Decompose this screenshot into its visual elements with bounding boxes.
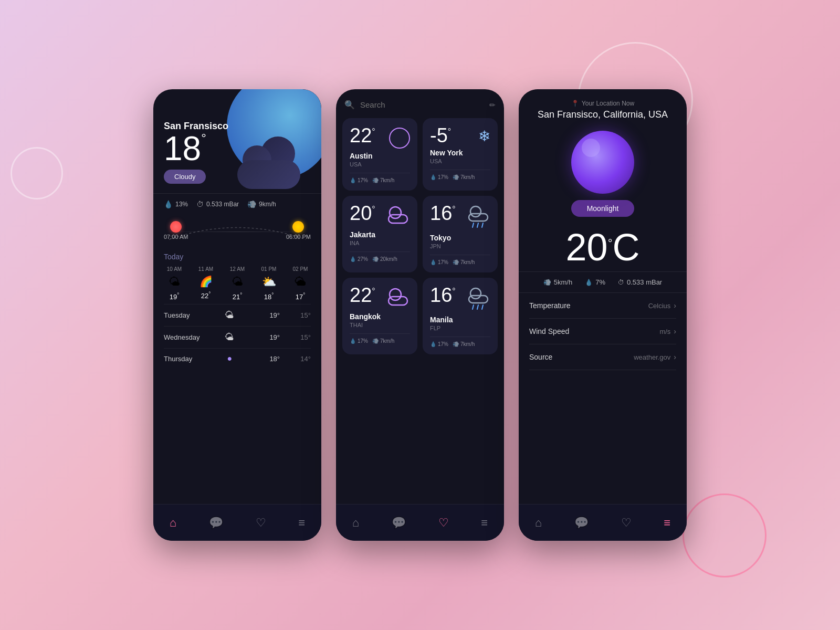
phone3-location-label: 📍 Your Location Now	[519, 89, 687, 109]
austin-weather-icon	[389, 128, 410, 149]
city-card-newyork[interactable]: -5° ❄ New York USA 💧17% 💨7km/h	[423, 118, 498, 191]
bangkok-stats: 💧17% 💨7km/h	[350, 333, 410, 344]
austin-name: Austin	[350, 152, 410, 160]
bangkok-country: THAI	[350, 322, 410, 328]
drop-icon: 💧	[430, 174, 436, 180]
svg-line-4	[472, 223, 474, 227]
newyork-weather-icon: ❄	[478, 128, 490, 145]
pressure-icon: ⏱	[196, 200, 204, 208]
setting-windspeed[interactable]: Wind Speed m/s ›	[529, 319, 676, 344]
phones-container: San Fransisco 18° Cloudy 💧 13% ⏱ 0.533 m…	[153, 89, 687, 541]
bangkok-weather-icon	[386, 287, 410, 309]
rain-cloud-icon	[466, 205, 490, 228]
austin-temp: 22°	[350, 125, 375, 145]
phone1-city: San Fransisco	[153, 110, 321, 132]
drop-icon: 💧	[350, 256, 356, 262]
forecast-row: Wednesday 🌤 19° 15°	[164, 326, 311, 348]
sunset: 06:00 PM	[286, 221, 311, 240]
location-pin-icon: 📍	[571, 100, 579, 107]
svg-line-5	[477, 223, 478, 227]
nav-heart-icon[interactable]: ♡	[256, 516, 266, 530]
nav-home-icon[interactable]: ⌂	[352, 516, 359, 530]
hourly-icon-1: 🌤	[169, 275, 180, 289]
bg-decor-circle-3	[10, 147, 63, 200]
austin-country: USA	[350, 161, 410, 167]
sunrise: 07:00 AM	[164, 221, 188, 240]
hourly-item: 01 PM ⛅ 18°	[254, 263, 284, 304]
nav-menu-icon[interactable]: ≡	[298, 516, 305, 530]
setting-source[interactable]: Source weather.gov ›	[529, 344, 676, 370]
phone3-stats-row: 💨 5km/h 💧 7% ⏱ 0.533 mBar	[519, 271, 687, 293]
nav-chat-icon[interactable]: 💬	[392, 516, 406, 530]
setting-source-value: weather.gov	[634, 353, 670, 361]
phone1-condition-badge: Cloudy	[164, 170, 206, 184]
phone1-temperature: 18°	[153, 132, 321, 165]
phone-1: San Fransisco 18° Cloudy 💧 13% ⏱ 0.533 m…	[153, 89, 321, 541]
austin-stats: 💧17% 💨7km/h	[350, 173, 410, 183]
hourly-icon-5: 🌥	[295, 275, 306, 289]
phone3-condition-badge: Moonlight	[571, 200, 635, 217]
svg-point-7	[390, 289, 401, 300]
moon-circle	[571, 131, 634, 194]
nav-menu-icon[interactable]: ≡	[664, 516, 670, 530]
drop-icon: 💧	[350, 177, 356, 183]
nav-home-icon[interactable]: ⌂	[535, 516, 542, 530]
hourly-item: 02 PM 🌥 17°	[286, 263, 315, 304]
nav-menu-icon[interactable]: ≡	[481, 516, 488, 530]
hourly-icon-3: 🌤	[232, 275, 243, 289]
phone3-bottom-nav: ⌂ 💬 ♡ ≡	[519, 504, 687, 541]
setting-source-label: Source	[529, 353, 552, 361]
wind-icon: 💨	[453, 259, 459, 265]
search-input[interactable]	[360, 100, 484, 109]
hourly-item: 12 AM 🌤 21°	[223, 263, 252, 304]
svg-line-13	[482, 305, 483, 309]
phone1-forecast: Tuesday 🌤 19° 15° Wednesday 🌤 19° 15° Th…	[153, 304, 321, 369]
wind-icon: 💨	[453, 174, 459, 180]
phone-3: 📍 Your Location Now San Fransisco, Calif…	[519, 89, 687, 541]
cloud-icon-2	[386, 287, 410, 307]
nav-heart-icon[interactable]: ♡	[621, 516, 632, 530]
city-card-manila[interactable]: 16° Manila FLP 💧17% 💨	[423, 278, 498, 354]
cloud-icon	[386, 205, 410, 225]
city-card-austin[interactable]: 22° Austin USA 💧17% 💨7km/h	[342, 118, 417, 191]
setting-temperature-value: Celcius	[648, 302, 671, 310]
nav-chat-icon[interactable]: 💬	[209, 516, 223, 530]
jakarta-weather-icon	[386, 205, 410, 227]
city-card-jakarta[interactable]: 20° Jakarta INA 💧27% 💨20km/h	[342, 196, 417, 272]
nav-home-icon[interactable]: ⌂	[170, 516, 176, 530]
forecast-icon-tue: 🌤	[210, 310, 249, 321]
phone3-badge: Moonlight	[519, 200, 687, 217]
newyork-stats: 💧17% 💨7km/h	[430, 170, 490, 180]
city-card-bangkok[interactable]: 22° Bangkok THAI 💧17% 💨7km/h	[342, 278, 417, 354]
svg-line-11	[472, 305, 474, 309]
manila-name: Manila	[430, 316, 490, 324]
phone1-sun-bar: 07:00 AM 06:00 PM	[153, 215, 321, 248]
city-card-tokyo[interactable]: 16° Tokyo JPN 💧17% 💨7	[423, 196, 498, 272]
wind-icon: 💨	[372, 338, 379, 344]
manila-stats: 💧17% 💨7km/h	[430, 337, 490, 347]
wind-icon: 💨	[543, 279, 551, 286]
chevron-right-icon: ›	[674, 327, 676, 335]
phone1-hourly: 10 AM 🌤 19° 11 AM 🌈 22° 12 AM 🌤 21° 01 P…	[153, 263, 321, 304]
phone-2: 🔍 ✏ 22° Austin USA 💧17% 💨7km/h	[336, 89, 504, 541]
phone1-bottom-nav: ⌂ 💬 ♡ ≡	[153, 504, 321, 541]
nav-chat-icon[interactable]: 💬	[574, 516, 589, 530]
tokyo-stats: 💧17% 💨7km/h	[430, 255, 490, 265]
stat-wind: 💨 9km/h	[247, 200, 276, 208]
nav-heart-icon[interactable]: ♡	[438, 516, 449, 530]
wind-icon: 💨	[372, 256, 379, 262]
forecast-row: Thursday ● 18° 14°	[164, 348, 311, 369]
edit-icon[interactable]: ✏	[489, 101, 496, 109]
search-icon: 🔍	[344, 100, 355, 110]
drop-icon: 💧	[585, 279, 593, 286]
jakarta-country: INA	[350, 240, 410, 246]
setting-temperature[interactable]: Temperature Celcius ›	[529, 293, 676, 319]
drop-icon: 💧	[350, 338, 356, 344]
jakarta-stats: 💧27% 💨20km/h	[350, 251, 410, 262]
phone3-settings: Temperature Celcius › Wind Speed m/s › S…	[519, 293, 687, 370]
setting-temperature-label: Temperature	[529, 301, 571, 310]
jakarta-temp: 20°	[350, 203, 375, 223]
chevron-right-icon: ›	[674, 353, 676, 361]
svg-point-9	[470, 288, 481, 299]
setting-windspeed-label: Wind Speed	[529, 327, 569, 335]
